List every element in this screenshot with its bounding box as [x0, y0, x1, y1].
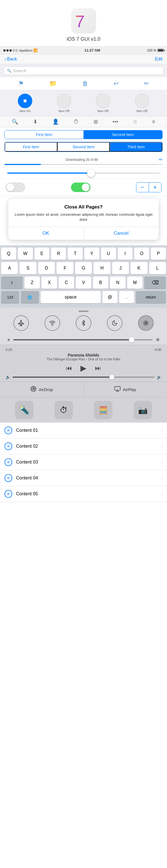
alert-message: Lorem ipsum dolor sit amet, consectetuer… [14, 212, 153, 222]
key-l[interactable]: L [149, 262, 166, 274]
key-p[interactable]: P [151, 248, 166, 260]
list-item-4[interactable]: ✕ Content 04 › [0, 470, 167, 486]
search-field-wrap[interactable]: 🔍 Search [3, 66, 164, 75]
brightness-slider[interactable] [13, 339, 153, 340]
play-button[interactable]: ▶ [80, 364, 87, 373]
key-a[interactable]: A [1, 262, 18, 274]
key-x[interactable]: X [41, 277, 57, 289]
key-o[interactable]: O [134, 248, 149, 260]
key-f[interactable]: F [57, 262, 73, 274]
back-button[interactable]: ‹ Back [4, 57, 17, 62]
list-label-5: Content 05 [16, 491, 161, 496]
key-r[interactable]: R [51, 248, 66, 260]
seg2-first-item[interactable]: First Item [5, 142, 57, 152]
airdrop-button[interactable]: AirDrop [0, 382, 84, 397]
music-time-row: 0:26 -4:00 [6, 348, 161, 352]
brightness-low-icon: ☀ [7, 337, 10, 343]
app-tile-camera[interactable]: 📷 [134, 401, 152, 419]
app-tile-calculator[interactable]: 🧮 [94, 401, 112, 419]
alert-ok-button[interactable]: OK [8, 227, 84, 240]
key-h[interactable]: H [94, 262, 110, 274]
key-b[interactable]: B [93, 277, 108, 289]
list-item-2[interactable]: ✕ Content 02 › [0, 438, 167, 454]
switch-off[interactable] [6, 183, 25, 192]
airplane-mode-button[interactable] [13, 315, 29, 331]
slider-track[interactable] [7, 173, 160, 174]
list-label-2: Content 02 [16, 444, 161, 449]
airplay-button[interactable]: AirPlay [84, 382, 167, 397]
brightness-thumb[interactable] [129, 337, 134, 343]
volume-slider[interactable] [12, 377, 155, 378]
switch-on[interactable] [71, 183, 91, 192]
key-t[interactable]: T [68, 248, 83, 260]
download-icon[interactable]: ⬇ [33, 119, 38, 125]
stepper-increment-button[interactable]: + [149, 183, 161, 192]
list-icon[interactable]: ≡ [152, 119, 155, 125]
progress-label-row: Downloading 20 of 86 ✏ [4, 157, 163, 162]
seg2-second-item[interactable]: Second Item [57, 142, 110, 152]
search-mini-icon[interactable]: 🔍 [12, 119, 19, 125]
toggle-off-button-1[interactable] [57, 94, 71, 108]
toggle-row: Item On Item Off Item Off Item Off [0, 90, 167, 116]
key-shift[interactable]: ⇧ [1, 277, 23, 289]
key-s[interactable]: S [20, 262, 36, 274]
compose-icon[interactable]: ✏ [144, 80, 149, 87]
key-z[interactable]: Z [25, 277, 40, 289]
list-section: ✕ Content 01 › ✕ Content 02 › ✕ Content … [0, 423, 167, 502]
flag-icon[interactable]: ⚑ [19, 80, 24, 87]
nav-bar: ‹ Back Edit [0, 54, 167, 64]
key-i[interactable]: I [118, 248, 133, 260]
key-return[interactable]: return [136, 291, 166, 303]
seg1-first-item[interactable]: First Item [5, 130, 84, 139]
key-dot[interactable]: . [119, 291, 134, 303]
list-item-1[interactable]: ✕ Content 01 › [0, 423, 167, 438]
app-tile-torch[interactable]: 🔦 [15, 401, 33, 419]
progress-edit-icon[interactable]: ✏ [159, 157, 163, 162]
key-y[interactable]: Y [84, 248, 99, 260]
key-d[interactable]: D [38, 262, 55, 274]
key-globe[interactable]: 🌐 [21, 291, 39, 303]
key-e[interactable]: E [35, 248, 49, 260]
reply-icon[interactable]: ↩ [113, 80, 119, 87]
person-icon[interactable]: 👤 [52, 119, 59, 125]
do-not-disturb-button[interactable] [107, 315, 123, 331]
slider-thumb[interactable] [87, 169, 95, 177]
app-tile-timer[interactable]: ⏱ [55, 401, 73, 419]
trash-icon[interactable]: 🗑 [82, 80, 88, 87]
key-q[interactable]: Q [1, 248, 16, 260]
toggle-off-button-3[interactable] [135, 94, 149, 108]
more-icon[interactable]: ••• [112, 119, 118, 125]
toggle-off-button-2[interactable] [96, 94, 110, 108]
key-backspace[interactable]: ⌫ [144, 277, 166, 289]
bluetooth-toggle-button[interactable] [76, 315, 91, 331]
key-at[interactable]: @ [102, 291, 118, 303]
list-item-5[interactable]: ✕ Content 05 › [0, 486, 167, 502]
key-numbers[interactable]: 123 [1, 291, 19, 303]
key-j[interactable]: J [112, 262, 129, 274]
key-n[interactable]: N [110, 277, 126, 289]
edit-button[interactable]: Edit [155, 57, 163, 62]
alert-cancel-button[interactable]: Cancel [84, 227, 159, 240]
wifi-toggle-button[interactable] [44, 315, 60, 331]
key-k[interactable]: K [131, 262, 147, 274]
folder-icon[interactable]: 📁 [49, 80, 57, 87]
toggle-on-button[interactable] [18, 94, 32, 108]
key-space[interactable]: space [41, 291, 101, 303]
clock-icon[interactable]: ⏱ [73, 119, 79, 125]
key-g[interactable]: G [75, 262, 92, 274]
fast-forward-button[interactable]: ⏭ [95, 365, 101, 372]
columns-icon[interactable]: ⊞ [94, 119, 98, 125]
bookmark-icon[interactable]: ☆ [133, 119, 137, 125]
key-v[interactable]: V [76, 277, 91, 289]
stepper-decrement-button[interactable]: − [136, 183, 148, 192]
key-m[interactable]: M [127, 277, 143, 289]
key-u[interactable]: U [101, 248, 116, 260]
rotation-lock-button[interactable] [138, 315, 154, 331]
list-item-3[interactable]: ✕ Content 03 › [0, 454, 167, 470]
key-w[interactable]: W [18, 248, 33, 260]
key-c[interactable]: C [59, 277, 74, 289]
volume-thumb[interactable] [109, 375, 114, 380]
seg2-third-item[interactable]: Third Item [110, 142, 162, 152]
seg1-second-item[interactable]: Second Item [84, 130, 162, 139]
rewind-button[interactable]: ⏮ [66, 365, 72, 372]
